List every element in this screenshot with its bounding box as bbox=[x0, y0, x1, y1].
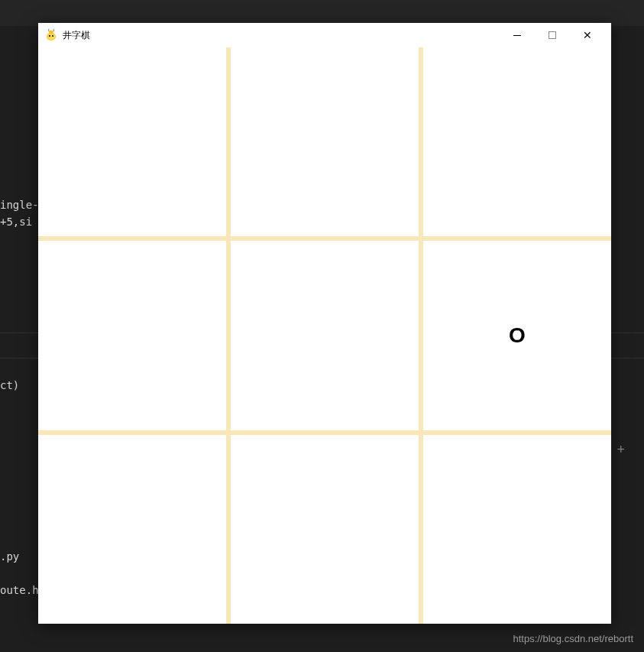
code-fragment: +5,si bbox=[0, 216, 32, 228]
maximize-icon bbox=[549, 31, 556, 39]
cell-2-1[interactable] bbox=[231, 435, 419, 624]
cell-0-0[interactable] bbox=[38, 47, 226, 236]
close-icon: ✕ bbox=[583, 30, 592, 41]
svg-point-1 bbox=[47, 34, 55, 40]
window-title: 井字棋 bbox=[63, 29, 500, 42]
watermark: https://blog.csdn.net/rebortt bbox=[513, 633, 633, 644]
code-fragment: .py bbox=[0, 550, 19, 563]
game-board: O bbox=[38, 47, 611, 624]
svg-point-3 bbox=[52, 35, 53, 37]
svg-point-2 bbox=[49, 35, 50, 37]
cell-0-1[interactable] bbox=[231, 47, 419, 236]
code-fragment: oute.h bbox=[0, 584, 39, 596]
cell-1-2[interactable]: O bbox=[423, 241, 611, 430]
cell-1-1[interactable] bbox=[231, 241, 419, 430]
maximize-button[interactable] bbox=[535, 23, 570, 47]
window-controls: ✕ bbox=[500, 23, 605, 47]
close-button[interactable]: ✕ bbox=[570, 23, 605, 47]
app-icon bbox=[44, 28, 58, 42]
cell-2-2[interactable] bbox=[423, 435, 611, 624]
code-fragment: ct) bbox=[0, 379, 19, 391]
minimize-button[interactable] bbox=[500, 23, 535, 47]
game-window: 井字棋 ✕ O bbox=[38, 23, 611, 624]
plus-icon[interactable]: + bbox=[616, 442, 625, 458]
titlebar: 井字棋 ✕ bbox=[38, 23, 611, 47]
cell-2-0[interactable] bbox=[38, 435, 226, 624]
code-fragment: ingle- bbox=[0, 199, 39, 211]
cell-0-2[interactable] bbox=[423, 47, 611, 236]
minimize-icon bbox=[513, 35, 521, 36]
cell-1-0[interactable] bbox=[38, 241, 226, 430]
svg-point-4 bbox=[49, 31, 53, 34]
